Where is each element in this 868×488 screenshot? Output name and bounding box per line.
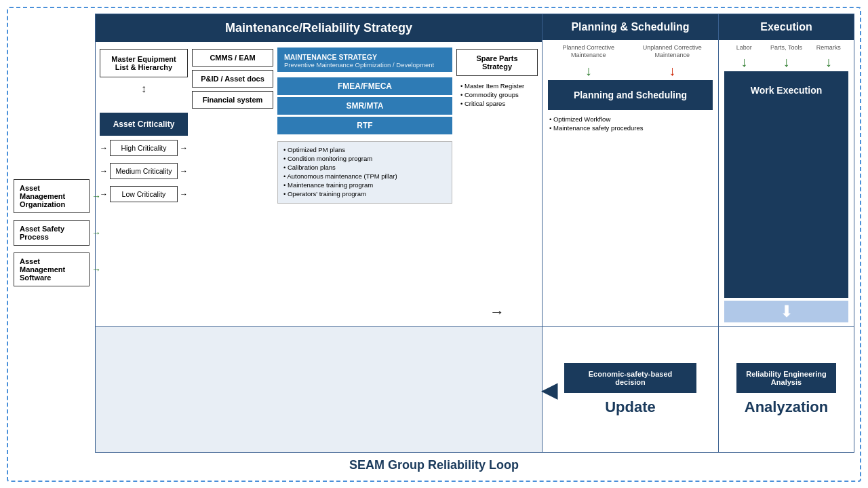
asset-criticality-box: Asset Criticality (100, 113, 188, 136)
spare-item-0: Master Item Register (460, 82, 534, 90)
exec-green-arrow-2: ↓ (809, 55, 848, 69)
exec-sublabels: Labor Parts, Tools Remarks (724, 44, 848, 51)
main-diagram: Maintenance/Reliability Strategy Master … (95, 14, 854, 453)
plan-arrows: ↓ ↓ (548, 62, 713, 77)
equipment-box: Master Equipment List & Hierarchy (100, 49, 188, 77)
arrow-to-medium: → (100, 166, 108, 176)
high-criticality-box: High Criticality (110, 140, 178, 156)
plan-sublabel-0: Planned Corrective Maintenance (548, 44, 629, 60)
execution-panel-top: Execution Labor Parts, Tools Remarks (718, 14, 854, 326)
asset-criticality-label: Asset Criticality (113, 119, 175, 129)
maintenance-header: Maintenance/Reliability Strategy (96, 14, 542, 42)
low-criticality-row: → Low Criticality → (100, 186, 188, 202)
medium-criticality-row: → Medium Criticality → (100, 163, 188, 179)
plan-red-arrow: ↓ (632, 64, 713, 77)
plan-note-0: Optimized Workflow (549, 115, 711, 123)
maintenance-title: Maintenance/Reliability Strategy (225, 21, 412, 35)
exec-green-arrow-1: ↓ (766, 55, 806, 69)
cmms-box-0: CMMS / EAM (192, 49, 273, 67)
pm-outputs: Optimized PM plans Condition monitoring … (277, 141, 452, 204)
planning-inner: Planned Corrective Maintenance Unplanned… (542, 40, 718, 326)
spare-bullets: Master Item Register Commodity groups Cr… (456, 79, 538, 111)
work-execution-label: Work Execution (751, 85, 823, 96)
strategy-tools: FMEA/FMECA SMR/MTA RTF (277, 75, 452, 137)
execution-inner: Labor Parts, Tools Remarks ↓ ↓ (719, 40, 854, 326)
sidebar-item-asset-mgmt-sw: Asset Management Software (14, 252, 90, 286)
update-title: Update (605, 398, 656, 416)
plan-note-1: Maintenance safety procedures (549, 124, 711, 132)
spare-parts-column: Spare Parts Strategy Master Item Registe… (456, 48, 538, 321)
arrow-from-medium: → (180, 166, 188, 176)
pm-item-2: Calibration plans (283, 164, 446, 171)
planning-main-box: Planning and Scheduling (548, 80, 713, 110)
tool-smr: SMR/MTA (277, 97, 452, 115)
equipment-label: Master Equipment List & Hierarchy (111, 55, 176, 71)
cmms-boxes-col: CMMS / EAM P&ID / Asset docs Financial s… (192, 48, 273, 321)
planning-main-label: Planning and Scheduling (574, 90, 687, 100)
medium-criticality-box: Medium Criticality (110, 163, 178, 179)
diagram-top: Maintenance/Reliability Strategy Master … (96, 14, 854, 326)
spare-item-2: Critical spares (460, 100, 534, 107)
outer-frame: Asset Management Organization Asset Safe… (7, 7, 861, 482)
analyzation-inner: Reliability Engineering Analysis Analyza… (719, 327, 854, 452)
plan-notes: Optimized Workflow Maintenance safety pr… (548, 113, 713, 136)
strategy-column: MAINTENANCE STRATEGY Preventive Maintena… (277, 48, 452, 321)
pm-item-1: Condition monitoring program (283, 155, 446, 162)
high-criticality-row: → High Criticality → (100, 140, 188, 156)
bidirectional-arrow: ↕ (100, 83, 188, 95)
pm-item-0: Optimized PM plans (283, 146, 446, 153)
cmms-column (100, 100, 188, 102)
arrow-to-high: → (100, 143, 108, 153)
sidebar-label-2: Asset Management Software (20, 257, 65, 282)
sidebar-item-asset-safety: Asset Safety Process (14, 220, 90, 246)
maintenance-body: Master Equipment List & Hierarchy ↕ Asse… (96, 42, 542, 326)
rel-eng-box: Reliability Engineering Analysis (736, 363, 835, 393)
spare-to-plan-arrow: → (456, 303, 538, 321)
execution-header-label: Execution (760, 21, 812, 33)
tool-rtf: RTF (277, 117, 452, 134)
pm-item-4: Maintenance training program (283, 181, 446, 189)
equipment-column: Master Equipment List & Hierarchy ↕ Asse… (100, 48, 188, 321)
criticality-arrows: → High Criticality → → Medium Cri (100, 140, 188, 216)
exec-green-arrow-0: ↓ (724, 55, 764, 69)
footer-title: SEAM Group Reliability Loop (349, 458, 519, 472)
cmms-box-1: P&ID / Asset docs (192, 70, 273, 88)
plan-sublabel-1: Unplanned Corrective Maintenance (632, 44, 713, 60)
down-arrow: ⬇ (724, 301, 848, 322)
strategy-header: MAINTENANCE STRATEGY Preventive Maintena… (277, 48, 452, 72)
medium-criticality-label: Medium Criticality (116, 167, 172, 175)
plan-green-arrow: ↓ (548, 64, 629, 77)
exec-sublabel-1: Parts, Tools (766, 44, 806, 51)
cmms-label-0: CMMS / EAM (210, 54, 255, 62)
econ-decision-label: Economic-safety-based decision (589, 370, 672, 386)
exec-arrows: ↓ ↓ ↓ (724, 54, 848, 69)
maintenance-panel: Maintenance/Reliability Strategy Master … (96, 14, 542, 326)
maintenance-bottom (96, 327, 542, 452)
planning-header-label: Planning & Scheduling (571, 21, 689, 33)
plan-sublabels: Planned Corrective Maintenance Unplanned… (548, 44, 713, 60)
execution-header: Execution (719, 14, 854, 40)
analyzation-title: Analyzation (745, 398, 828, 416)
low-criticality-box: Low Criticality (110, 186, 178, 202)
arrow-from-low: → (180, 189, 188, 199)
update-panel: ◀ Economic-safety-based decision Update (542, 327, 718, 452)
econ-decision-box: Economic-safety-based decision (564, 363, 696, 393)
planning-panel-top: Planning & Scheduling Planned Corrective… (542, 14, 718, 326)
sidebar-label-1: Asset Safety Process (20, 225, 64, 241)
cmms-box-2: Financial system (192, 91, 273, 109)
exec-sublabel-2: Remarks (809, 44, 848, 51)
spare-parts-title: Spare Parts Strategy (456, 49, 538, 76)
content-area: Asset Management Organization Asset Safe… (14, 14, 854, 453)
footer: SEAM Group Reliability Loop (14, 453, 854, 475)
analyzation-panel: Reliability Engineering Analysis Analyza… (718, 327, 854, 452)
tool-fmea: FMEA/FMECA (277, 77, 452, 95)
spare-item-1: Commodity groups (460, 91, 534, 98)
cmms-label-1: P&ID / Asset docs (201, 75, 264, 83)
pm-item-3: Autonomous maintenance (TPM pillar) (283, 172, 446, 180)
exec-sublabel-0: Labor (724, 44, 764, 51)
strategy-subtitle: Preventive Maintenance Optimization / De… (284, 61, 446, 69)
update-inner: ◀ Economic-safety-based decision Update (542, 327, 718, 452)
planning-header: Planning & Scheduling (542, 14, 718, 40)
sidebar-item-asset-mgmt-org: Asset Management Organization (14, 179, 90, 213)
low-criticality-label: Low Criticality (122, 190, 166, 198)
